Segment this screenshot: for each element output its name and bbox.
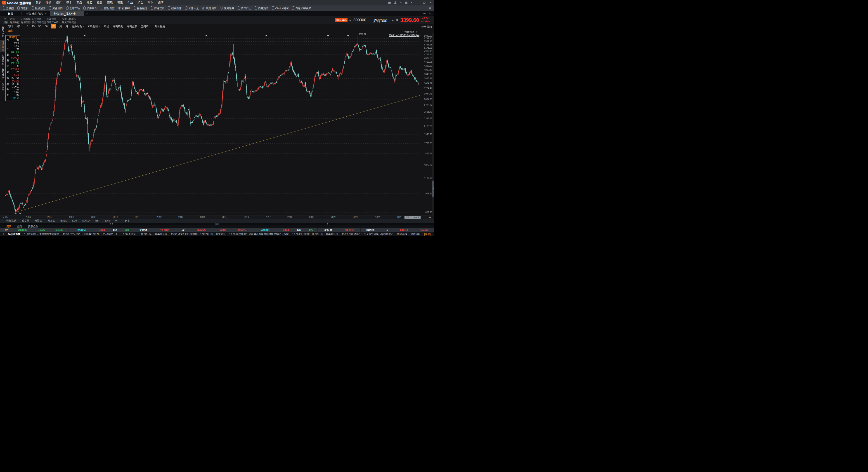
mail-icon[interactable]: ✉	[400, 1, 402, 4]
toolbar-item[interactable]: 研究报告	[166, 6, 183, 10]
chart-period-画线[interactable]: 画线	[102, 24, 111, 28]
prev-symbol-icon[interactable]: ◂	[349, 19, 351, 22]
submenu-item[interactable]: F9	[4, 17, 6, 20]
menu-item[interactable]: 企业	[125, 0, 135, 5]
chevron-down-icon[interactable]: ▼	[429, 12, 431, 15]
market-cell[interactable]: 1864	[283, 228, 289, 231]
indicator-item[interactable]: 更多	[125, 219, 130, 222]
indicator-item[interactable]: BOLL	[60, 219, 67, 222]
menu-item[interactable]: 我的	[33, 0, 44, 5]
market-cell[interactable]: 0.66%	[238, 228, 246, 231]
ohlc-info-box[interactable]: [可拖动]日 期202312/6开 盘3387.88最 高3420.28最 低3…	[5, 35, 20, 101]
bottom-tab[interactable]: 资讯	[6, 225, 11, 228]
vertical-scrollbar[interactable]: ◂	[432, 33, 434, 215]
toolbar-item[interactable]: 机构调研	[200, 6, 218, 10]
indicator-item[interactable]: 市净率	[48, 219, 55, 222]
market-cell[interactable]: ▲	[386, 228, 389, 231]
ticker-item[interactable]: 19:30 四川黄金：12月6日召开董事会会议	[292, 232, 338, 236]
submenu-item[interactable]: 股票市场概况	[62, 17, 76, 21]
close-button[interactable]: ✕	[427, 0, 433, 5]
chart-period-周[interactable]: 周	[57, 24, 64, 28]
toolbar-item[interactable]: 资金流向	[47, 6, 64, 10]
market-cell[interactable]: 848.79	[400, 228, 408, 231]
market-cell[interactable]: 877	[309, 228, 313, 231]
market-cell[interactable]: 112	[113, 228, 117, 231]
toolbar-item[interactable]: 股票F9	[117, 6, 132, 10]
menu-item[interactable]: 外汇	[84, 0, 94, 5]
submenu-item[interactable]: 期货市场概况	[62, 21, 76, 24]
chart-period-60[interactable]: 60	[43, 25, 50, 28]
apps-grid-icon[interactable]	[405, 2, 407, 4]
menu-item[interactable]: 债券	[54, 0, 64, 5]
tab-watchlist[interactable]: 自选-我的自选 ×	[22, 11, 50, 16]
menu-item[interactable]: 资讯	[115, 0, 125, 5]
chart-period-5日[interactable]: 5日▼	[15, 24, 25, 28]
layout-label[interactable]: 经典版面	[422, 25, 432, 29]
ticker-item[interactable]: 19:30 *ST正邦：公司股票12月7日开市起停牌一天	[63, 232, 118, 236]
market-cell[interactable]: 2968.93	[18, 228, 27, 231]
side-nav-item[interactable]: 分时走势	[0, 26, 5, 38]
market-cell[interactable]: -0.11%	[55, 228, 63, 231]
market-cell[interactable]: 3362亿	[78, 228, 86, 232]
scrollbar-grip[interactable]	[110, 223, 113, 224]
side-nav-item[interactable]: 技术分析	[0, 40, 5, 52]
submenu-item[interactable]: 研报	[4, 21, 8, 24]
submenu-item[interactable]: 行业绩效	[32, 17, 41, 21]
user-icon[interactable]	[394, 1, 397, 4]
side-nav-item[interactable]: 分时成交	[0, 68, 5, 80]
market-cell[interactable]: 深	[182, 228, 185, 232]
undo-icon[interactable]: ↶	[423, 12, 426, 15]
market-cell[interactable]: 9533.25	[197, 228, 206, 231]
toolbar-item[interactable]: 数据浏览	[99, 6, 117, 10]
toolbar-item[interactable]: 债市日历	[236, 6, 253, 10]
menu-item[interactable]: 指数	[94, 0, 105, 5]
chart-period-日[interactable]: 日	[51, 24, 56, 29]
indicator-item[interactable]: 市盈率	[35, 219, 42, 222]
chart-period-分时[interactable]: 分时	[6, 24, 15, 28]
indicator-item[interactable]: KDJ	[72, 219, 77, 222]
add-to-watchlist-button[interactable]: 加入自选	[335, 18, 347, 22]
submenu-item[interactable]: 经济数据	[10, 21, 20, 24]
indicator-item[interactable]: WR	[115, 219, 119, 222]
market-cell[interactable]: ↑0.35%	[420, 228, 428, 231]
tab-home[interactable]: 首页	[0, 11, 21, 16]
pin-icon[interactable]	[418, 35, 419, 36]
ticker-item[interactable]: 19:30 青岛金王：12月6日召开董事会会议	[121, 232, 167, 236]
menu-item[interactable]: 基金	[64, 0, 74, 5]
alert-bell-icon[interactable]	[396, 19, 398, 21]
toolbar-item[interactable]: 自定义综合屏	[290, 6, 313, 10]
date-range-label[interactable]: 2005/1/4-2023/12/6(4599根)	[389, 33, 419, 37]
toolbar-item[interactable]: 自选股	[16, 6, 30, 10]
chart-scrollbar[interactable]: ▲	[0, 223, 434, 225]
bottom-tab[interactable]: 成分	[17, 225, 22, 228]
chart-period-K线叠加[interactable]: K线叠加▼	[86, 24, 102, 28]
toolbar-item[interactable]: 债券矩阵	[253, 6, 270, 10]
minimize-button[interactable]: —	[415, 0, 422, 5]
ticker-item[interactable]: 24小时直播	[8, 232, 20, 236]
toolbar-item[interactable]: 基金经理	[132, 6, 149, 10]
ticker-item[interactable]: ：涨19.8% 无未披露的重大信息	[24, 232, 59, 236]
submenu-item[interactable]: 债券市场概况	[32, 21, 46, 24]
indicator-item[interactable]: SAR	[105, 219, 110, 222]
submenu-item[interactable]: 资讯	[10, 17, 15, 21]
expand-panel-button[interactable]: ▲	[215, 223, 219, 225]
chat-icon[interactable]	[388, 2, 391, 4]
submenu-item[interactable]: 市场开户统计	[46, 21, 61, 24]
market-cell[interactable]: ↑62.89	[218, 228, 226, 231]
chart-period-月[interactable]: 月	[64, 24, 70, 28]
ticker-item[interactable]: 封跌停板	[411, 232, 421, 236]
toolbar-item[interactable]: Choice路演	[270, 6, 290, 10]
market-cell[interactable]: 沪	[5, 228, 8, 232]
close-tab-icon[interactable]: ×	[78, 12, 80, 15]
tab-hs300-analysis[interactable]: 沪深300_技术分析 ×	[50, 11, 84, 16]
new-tab-button[interactable]: +	[84, 11, 90, 16]
chart-period-30[interactable]: 30	[36, 25, 43, 28]
market-cell[interactable]: 深股通	[324, 228, 332, 232]
chart-period-更多周期[interactable]: 更多周期▼	[70, 24, 86, 28]
market-cell[interactable]: 1358	[99, 228, 105, 231]
menu-item[interactable]: 股票	[44, 0, 54, 5]
indicator-item[interactable]: MACD	[82, 219, 90, 222]
menu-item[interactable]: 路演	[156, 0, 166, 5]
menu-item[interactable]: 商品	[74, 0, 84, 5]
chart-period-区间统计[interactable]: 区间统计	[139, 24, 153, 28]
